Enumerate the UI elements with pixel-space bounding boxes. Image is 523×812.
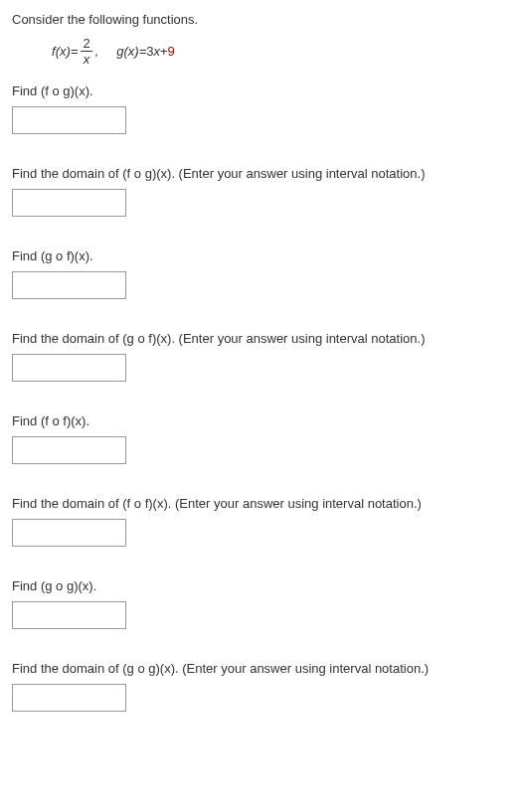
- answer-input-fof-domain[interactable]: [12, 519, 126, 547]
- prompt-domain-gog: Find the domain of (g o g)(x). (Enter yo…: [12, 661, 511, 676]
- prompt-find-gof: Find (g o f)(x).: [12, 248, 511, 263]
- prompt-domain-gof: Find the domain of (g o f)(x). (Enter yo…: [12, 331, 511, 346]
- fraction-numerator: 2: [80, 37, 92, 51]
- prompt-find-fof: Find (f o f)(x).: [12, 413, 511, 428]
- answer-input-gog-domain[interactable]: [12, 684, 126, 712]
- constant-9: 9: [168, 44, 175, 59]
- function-definitions: f(x) = 2 x , g(x) = 3x + 9: [52, 37, 511, 66]
- section-gof: Find (g o f)(x).: [12, 248, 511, 299]
- section-fog-domain: Find the domain of (f o g)(x). (Enter yo…: [12, 166, 511, 217]
- section-fof: Find (f o f)(x).: [12, 413, 511, 464]
- answer-input-fog-domain[interactable]: [12, 189, 126, 217]
- section-fof-domain: Find the domain of (f o f)(x). (Enter yo…: [12, 496, 511, 547]
- intro-text: Consider the following functions.: [12, 12, 511, 27]
- section-gof-domain: Find the domain of (g o f)(x). (Enter yo…: [12, 331, 511, 382]
- answer-input-gof[interactable]: [12, 271, 126, 299]
- f-definition: f(x) = 2 x ,: [52, 37, 98, 66]
- section-gog: Find (g o g)(x).: [12, 578, 511, 629]
- fraction-2-over-x: 2 x: [80, 37, 92, 66]
- prompt-domain-fog: Find the domain of (f o g)(x). (Enter yo…: [12, 166, 511, 181]
- answer-input-fog[interactable]: [12, 106, 126, 134]
- answer-input-gof-domain[interactable]: [12, 354, 126, 382]
- answer-input-fof[interactable]: [12, 436, 126, 464]
- answer-input-gog[interactable]: [12, 601, 126, 629]
- fraction-denominator: x: [81, 51, 93, 66]
- prompt-find-fog: Find (f o g)(x).: [12, 83, 511, 98]
- prompt-find-gog: Find (g o g)(x).: [12, 578, 511, 593]
- g-definition: g(x) = 3x + 9: [116, 44, 175, 59]
- section-gog-domain: Find the domain of (g o g)(x). (Enter yo…: [12, 661, 511, 712]
- prompt-domain-fof: Find the domain of (f o f)(x). (Enter yo…: [12, 496, 511, 511]
- g-label: g: [116, 44, 123, 59]
- section-fog: Find (f o g)(x).: [12, 83, 511, 134]
